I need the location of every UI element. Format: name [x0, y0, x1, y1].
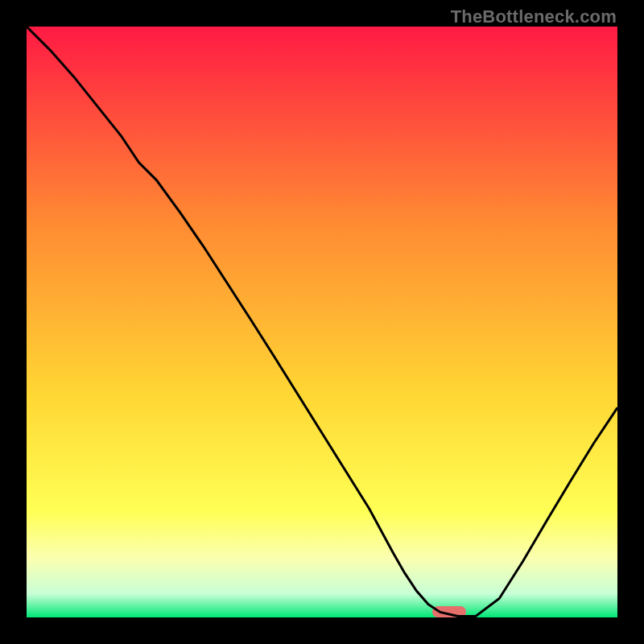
watermark-text: TheBottleneck.com	[451, 6, 617, 27]
chart-frame: TheBottleneck.com	[0, 0, 644, 644]
bottleneck-curve	[27, 27, 617, 617]
plot-area	[27, 27, 617, 617]
